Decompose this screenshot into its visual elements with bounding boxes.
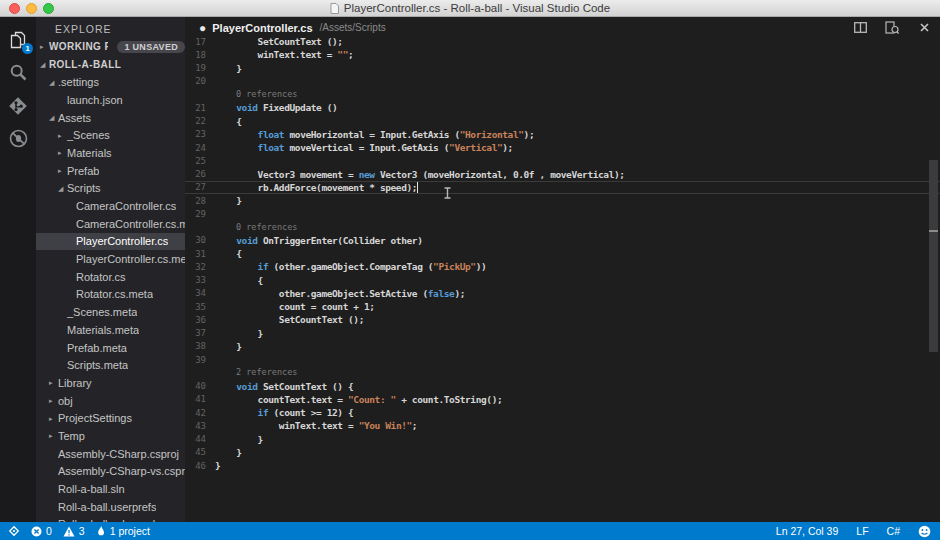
twistie-expanded-icon[interactable]: ◢: [58, 185, 67, 192]
code-line[interactable]: 20: [185, 75, 940, 88]
code-line[interactable]: 24 float moveVertical = Input.GetAxis ("…: [185, 141, 940, 154]
twistie-collapsed-icon[interactable]: ▸: [49, 379, 58, 386]
unsaved-dot-icon: ●: [199, 22, 206, 34]
code-line[interactable]: 31 {: [185, 247, 940, 260]
line-number: 18: [185, 50, 215, 60]
vertical-scrollbar-thumb[interactable]: [929, 160, 938, 352]
tree-item-prefab-meta[interactable]: Prefab.meta: [36, 339, 185, 357]
tree-item-rotator-cs-meta[interactable]: Rotator.cs.meta: [36, 286, 185, 304]
code-line[interactable]: 25: [185, 154, 940, 167]
code-line[interactable]: 38 }: [185, 340, 940, 353]
eol-status[interactable]: LF: [856, 525, 868, 537]
cursor-position-status[interactable]: Ln 27, Col 39: [776, 525, 838, 537]
tree-item-materials[interactable]: ▸Materials: [36, 144, 185, 162]
traffic-light-minimize-button[interactable]: [26, 3, 37, 14]
twistie-expanded-icon[interactable]: ◢: [49, 114, 58, 121]
twistie-expanded-icon[interactable]: ◢: [40, 61, 49, 68]
code-line[interactable]: 35 count = count + 1;: [185, 300, 940, 313]
token-keyword: void: [236, 102, 257, 113]
line-text: }: [215, 62, 242, 75]
tree-item-assets[interactable]: ◢Assets: [36, 109, 185, 127]
tree-item-roll-a-ball[interactable]: ◢ROLL-A-BALL: [36, 56, 185, 74]
tree-item-rotator-cs[interactable]: Rotator.cs: [36, 268, 185, 286]
code-line[interactable]: 34 other.gameObject.SetActive (false);: [185, 287, 940, 300]
code-line[interactable]: 33 {: [185, 274, 940, 287]
code-line[interactable]: 21 void FixedUpdate (): [185, 101, 940, 114]
tree-item-roll-a-ball-userprefs[interactable]: Roll-a-ball.userprefs: [36, 498, 185, 516]
tree-item-scripts-meta[interactable]: Scripts.meta: [36, 356, 185, 374]
tree-item-working-files[interactable]: ▸WORKING FILES1 UNSAVED: [36, 38, 185, 56]
tree-item-library[interactable]: ▸Library: [36, 374, 185, 392]
twistie-collapsed-icon[interactable]: ▸: [58, 132, 67, 139]
git-tab-button[interactable]: [0, 89, 36, 122]
code-line[interactable]: 46}: [185, 459, 940, 472]
code-line[interactable]: 41 countText.text = "Count: " + count.To…: [185, 393, 940, 406]
tree-item-roll-a-ball-sln[interactable]: Roll-a-ball.sln: [36, 480, 185, 498]
tree-item--settings[interactable]: ◢.settings: [36, 73, 185, 91]
codelens-line[interactable]: 0 references: [185, 88, 940, 101]
code-lines: 17 SetCountText ();18 winText.text = "";…: [185, 35, 940, 472]
code-line[interactable]: 18 winText.text = "";: [185, 48, 940, 61]
code-line[interactable]: 23 float moveHorizontal = Input.GetAxis …: [185, 128, 940, 141]
codelens-line[interactable]: 0 references: [185, 221, 940, 234]
traffic-light-close-button[interactable]: [9, 3, 20, 14]
tree-item-scripts[interactable]: ◢Scripts: [36, 180, 185, 198]
code-line[interactable]: 42 if (count >= 12) {: [185, 406, 940, 419]
tree-item-projectsettings[interactable]: ▸ProjectSettings: [36, 409, 185, 427]
project-status[interactable]: 1 project: [96, 525, 150, 537]
tree-item-playercontroller-cs[interactable]: PlayerController.cs: [36, 233, 185, 251]
twistie-expanded-icon[interactable]: ◢: [49, 79, 58, 86]
code-line[interactable]: 30 void OnTriggerEnter(Collider other): [185, 234, 940, 247]
code-line[interactable]: 19 }: [185, 62, 940, 75]
code-line[interactable]: 44 }: [185, 433, 940, 446]
search-tab-button[interactable]: [0, 56, 36, 89]
preview-button[interactable]: [884, 20, 900, 36]
tree-item-cameracontroller-cs[interactable]: CameraController.cs: [36, 197, 185, 215]
code-line[interactable]: 37 }: [185, 327, 940, 340]
code-line[interactable]: 26 Vector3 movement = new Vector3 (moveH…: [185, 168, 940, 181]
twistie-collapsed-icon[interactable]: ▸: [49, 432, 58, 439]
twistie-collapsed-icon[interactable]: ▸: [58, 149, 67, 156]
debug-tab-button[interactable]: [0, 122, 36, 155]
code-line[interactable]: 36 SetCountText ();: [185, 313, 940, 326]
tree-item-launch-json[interactable]: launch.json: [36, 91, 185, 109]
tab-filename[interactable]: PlayerController.cs: [212, 22, 312, 34]
tree-item-assembly-csharp-csproj[interactable]: Assembly-CSharp.csproj: [36, 445, 185, 463]
line-number: 35: [185, 302, 215, 312]
tree-item-obj[interactable]: ▸obj: [36, 392, 185, 410]
editor-title-bar[interactable]: ● PlayerController.cs /Assets/Scripts: [185, 17, 940, 38]
split-editor-button[interactable]: [852, 20, 868, 36]
code-line[interactable]: 29: [185, 207, 940, 220]
tree-item-temp[interactable]: ▸Temp: [36, 427, 185, 445]
code-line[interactable]: 39: [185, 353, 940, 366]
tree-item-cameracontroller-cs-meta[interactable]: CameraController.cs.meta: [36, 215, 185, 233]
tree-item-playercontroller-cs-meta[interactable]: PlayerController.cs.meta: [36, 250, 185, 268]
tree-item--scenes[interactable]: ▸_Scenes: [36, 126, 185, 144]
tree-item-prefab[interactable]: ▸Prefab: [36, 162, 185, 180]
twistie-collapsed-icon[interactable]: ▸: [49, 397, 58, 404]
errors-status[interactable]: 0: [31, 525, 52, 537]
traffic-light-maximize-button[interactable]: [43, 3, 54, 14]
explorer-tab-button[interactable]: 1: [0, 23, 36, 56]
code-line[interactable]: 43 winText.text = "You Win!";: [185, 419, 940, 432]
close-editor-button[interactable]: [916, 20, 932, 36]
code-line[interactable]: 45 }: [185, 446, 940, 459]
feedback-button[interactable]: [918, 525, 931, 538]
code-line[interactable]: 22 {: [185, 115, 940, 128]
code-line[interactable]: 27 rb.AddForce(movement * speed);: [185, 181, 940, 194]
token-plain: FixedUpdate (): [258, 102, 338, 113]
code-line[interactable]: 28 }: [185, 194, 940, 207]
code-line[interactable]: 40 void SetCountText () {: [185, 380, 940, 393]
twistie-collapsed-icon[interactable]: ▸: [49, 415, 58, 422]
code-line[interactable]: 32 if (other.gameObject.CompareTag ("Pic…: [185, 260, 940, 273]
codelens-line[interactable]: 2 references: [185, 366, 940, 379]
language-mode-status[interactable]: C#: [887, 525, 900, 537]
tree-item-materials-meta[interactable]: Materials.meta: [36, 321, 185, 339]
tree-item-assembly-csharp-vs-csproj[interactable]: Assembly-CSharp-vs.csproj: [36, 463, 185, 481]
twistie-collapsed-icon[interactable]: ▸: [40, 43, 49, 50]
status-bar-left: 0 3 1 project: [0, 525, 150, 537]
tree-item--scenes-meta[interactable]: _Scenes.meta: [36, 303, 185, 321]
omnisharp-select-button[interactable]: [8, 525, 20, 537]
twistie-collapsed-icon[interactable]: ▸: [58, 167, 67, 174]
warnings-status[interactable]: 3: [63, 525, 85, 537]
